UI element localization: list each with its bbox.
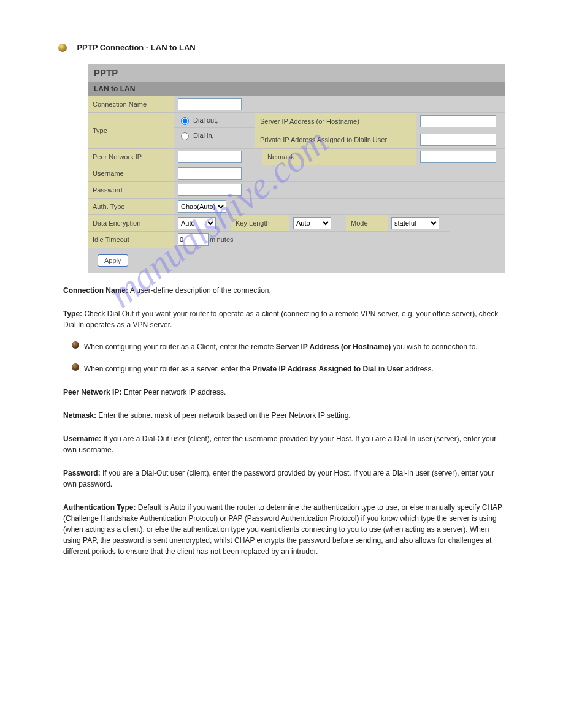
- data-encryption-select[interactable]: Auto: [178, 217, 216, 229]
- label-auth-type: Auth. Type: [88, 199, 174, 215]
- apply-button[interactable]: Apply: [98, 254, 128, 267]
- server-ip-input[interactable]: [420, 115, 496, 127]
- doc-type: Type: Check Dial Out if you want your ro…: [63, 308, 505, 330]
- section-heading: PPTP Connection - LAN to LAN: [58, 42, 505, 53]
- username-input[interactable]: [178, 167, 242, 180]
- password-input[interactable]: [178, 184, 242, 196]
- panel-title: PPTP: [88, 64, 505, 82]
- auth-type-select[interactable]: Chap(Auto): [178, 200, 226, 213]
- idle-timeout-input[interactable]: [178, 233, 209, 246]
- key-length-select[interactable]: Auto: [293, 217, 331, 229]
- label-mode: Mode: [346, 215, 388, 232]
- label-private-ip: Private IP Address Assigned to Dialin Us…: [255, 131, 416, 150]
- label-password: Password: [88, 182, 174, 199]
- doc-connection-name: Connection Name: A user-define descripti…: [63, 285, 505, 296]
- dial-in-label: Dial in,: [193, 132, 214, 139]
- private-ip-input[interactable]: [420, 134, 496, 146]
- label-netmask: Netmask: [262, 149, 416, 165]
- label-username: Username: [88, 165, 174, 182]
- label-type: Type: [88, 113, 174, 149]
- doc-auth-type: Authentication Type: Default is Auto if …: [63, 502, 505, 557]
- netmask-input[interactable]: [420, 151, 496, 163]
- bullet-brown-icon: [72, 363, 79, 371]
- connection-name-input[interactable]: [178, 98, 242, 110]
- mode-select[interactable]: stateful: [391, 217, 439, 229]
- label-data-enc: Data Encryption: [88, 215, 174, 232]
- doc-dial-in-item: When configuring your router as a server…: [72, 363, 505, 374]
- peer-ip-input[interactable]: [178, 151, 242, 163]
- bullet-brown-icon: [72, 341, 79, 349]
- pptp-config-panel: PPTP LAN to LAN Connection Name Type Dia…: [88, 64, 505, 273]
- label-idle-timeout: Idle Timeout: [88, 232, 174, 248]
- label-server-ip: Server IP Address (or Hostname): [255, 113, 416, 131]
- doc-username: Username: If you are a Dial-Out user (cl…: [63, 433, 505, 455]
- dial-out-label: Dial out,: [193, 116, 218, 124]
- label-connection-name: Connection Name: [88, 96, 174, 113]
- doc-password: Password: If you are a Dial-Out user (cl…: [63, 468, 505, 490]
- section-title: PPTP Connection - LAN to LAN: [77, 43, 195, 52]
- panel-subtitle: LAN to LAN: [88, 82, 505, 96]
- bullet-gold-icon: [58, 44, 67, 52]
- doc-netmask: Netmask: Enter the subnet mask of peer n…: [63, 410, 505, 421]
- doc-peer-ip: Peer Network IP: Enter Peer network IP a…: [63, 387, 505, 398]
- label-key-length: Key Length: [231, 215, 289, 232]
- dial-in-radio[interactable]: [181, 132, 189, 140]
- dial-out-radio[interactable]: [181, 117, 189, 125]
- label-peer-ip: Peer Network IP: [88, 149, 174, 165]
- idle-timeout-suffix: minutes: [210, 236, 234, 243]
- doc-dial-out-item: When configuring your router as a Client…: [72, 341, 505, 352]
